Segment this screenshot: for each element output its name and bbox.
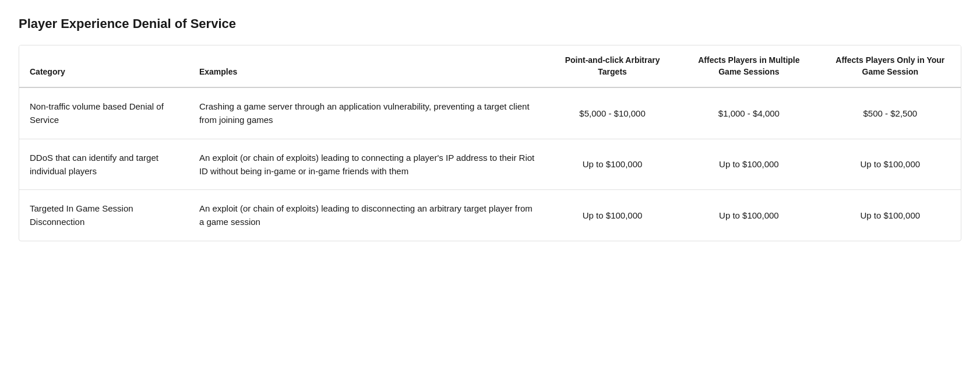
row-0-category: Non-traffic volume based Denial of Servi… bbox=[19, 87, 189, 139]
row-0-col3: $500 - $2,500 bbox=[820, 87, 961, 139]
row-1-col1: Up to $100,000 bbox=[547, 139, 678, 190]
main-table-wrapper: Category Examples Point-and-click Arbitr… bbox=[19, 45, 961, 241]
table-row: Non-traffic volume based Denial of Servi… bbox=[19, 87, 961, 139]
row-2-col2: Up to $100,000 bbox=[678, 190, 819, 241]
row-2-examples: An exploit (or chain of exploits) leadin… bbox=[189, 190, 547, 241]
row-1-col2: Up to $100,000 bbox=[678, 139, 819, 190]
row-1-category: DDoS that can identify and target indivi… bbox=[19, 139, 189, 190]
header-category: Category bbox=[19, 45, 189, 87]
row-0-examples: Crashing a game server through an applic… bbox=[189, 87, 547, 139]
header-col3: Affects Players Only in Your Game Sessio… bbox=[820, 45, 961, 87]
pricing-table: Category Examples Point-and-click Arbitr… bbox=[19, 45, 961, 241]
header-col1: Point-and-click Arbitrary Targets bbox=[547, 45, 678, 87]
header-col2: Affects Players in Multiple Game Session… bbox=[678, 45, 819, 87]
table-row: DDoS that can identify and target indivi… bbox=[19, 139, 961, 190]
table-row: Targeted In Game Session DisconnectionAn… bbox=[19, 190, 961, 241]
table-header-row: Category Examples Point-and-click Arbitr… bbox=[19, 45, 961, 87]
row-2-col3: Up to $100,000 bbox=[820, 190, 961, 241]
row-0-col1: $5,000 - $10,000 bbox=[547, 87, 678, 139]
row-1-examples: An exploit (or chain of exploits) leadin… bbox=[189, 139, 547, 190]
row-0-col2: $1,000 - $4,000 bbox=[678, 87, 819, 139]
row-2-col1: Up to $100,000 bbox=[547, 190, 678, 241]
header-examples: Examples bbox=[189, 45, 547, 87]
row-1-col3: Up to $100,000 bbox=[820, 139, 961, 190]
row-2-category: Targeted In Game Session Disconnection bbox=[19, 190, 189, 241]
page-title: Player Experience Denial of Service bbox=[19, 14, 961, 33]
